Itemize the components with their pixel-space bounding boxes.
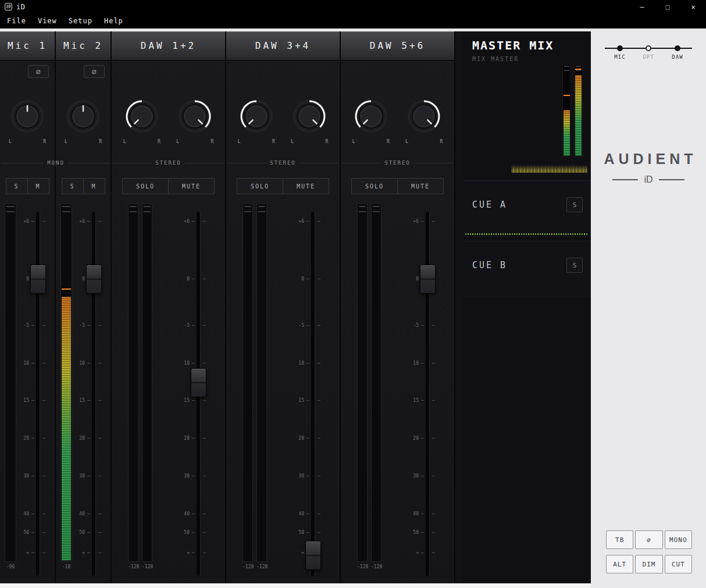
fader-scale-label: 0 bbox=[15, 277, 29, 281]
mute-button-daw-5-6[interactable]: MUTE bbox=[397, 178, 444, 194]
fader-scale-mark: 20 bbox=[405, 436, 440, 441]
cue-b-solo-button[interactable]: S bbox=[566, 258, 583, 273]
fader-scale-label: -5 bbox=[15, 323, 29, 328]
fader-tick bbox=[203, 279, 206, 279]
fader-scale-mark: 10 bbox=[405, 361, 440, 366]
monitor-mono-button[interactable]: MONO bbox=[665, 530, 692, 549]
mute-button-daw-3-4[interactable]: MUTE bbox=[283, 178, 329, 194]
meter-fill bbox=[564, 110, 570, 156]
fader-handle-mic-2[interactable] bbox=[86, 265, 102, 294]
monitor-alt-button[interactable]: ALT bbox=[606, 555, 633, 573]
fader-tick bbox=[87, 532, 90, 533]
fader-tick bbox=[203, 325, 206, 326]
pan-knob-right-daw-5-6[interactable]: LR bbox=[402, 98, 446, 144]
window-title: iD bbox=[16, 3, 25, 11]
io-dot-daw[interactable] bbox=[675, 45, 680, 51]
pan-knob-right-daw-1-2[interactable]: LR bbox=[173, 98, 217, 144]
fader-scale-label: 20 bbox=[71, 436, 85, 441]
close-button[interactable]: ✕ bbox=[680, 0, 706, 13]
pan-label-right: R bbox=[43, 139, 46, 144]
channel-strip-mic-2: Mic 2∅LRSM-18+60-5101520304050∞ bbox=[56, 31, 112, 583]
fader-scale-label: -5 bbox=[71, 323, 85, 328]
io-dot-mic[interactable] bbox=[617, 45, 623, 51]
solo-button-daw-5-6[interactable]: SOLO bbox=[351, 178, 398, 194]
channel-mode-row: STEREO bbox=[226, 158, 340, 168]
solo-button-mic-2[interactable]: S bbox=[62, 178, 84, 194]
fader-scale-mark: 10 bbox=[71, 361, 106, 366]
monitor-tb-button[interactable]: TB bbox=[606, 530, 633, 549]
fader-scale-mark: 20 bbox=[176, 436, 211, 441]
fader-scale-label: -5 bbox=[290, 323, 304, 328]
fader-tick bbox=[31, 325, 34, 326]
knob-graphic bbox=[238, 98, 275, 135]
pan-knob-mic-2[interactable]: LR bbox=[61, 98, 105, 144]
fader-scale-label: 40 bbox=[71, 512, 85, 516]
level-meter bbox=[256, 204, 267, 562]
fader-scale-mark: ∞ bbox=[15, 551, 50, 555]
fader-handle-daw-3-4[interactable] bbox=[305, 541, 321, 570]
meter-peak bbox=[564, 95, 570, 96]
fader-mic-1[interactable]: +60-5101520304050∞ bbox=[15, 202, 50, 583]
cue-b-row[interactable]: CUE B S bbox=[463, 241, 591, 299]
fader-handle-daw-5-6[interactable] bbox=[420, 265, 436, 294]
fader-handle-daw-1-2[interactable] bbox=[191, 368, 206, 397]
fader-tick bbox=[203, 514, 206, 514]
fader-daw-1-2[interactable]: +60-5101520304050∞ bbox=[176, 202, 211, 583]
io-dot-opt[interactable] bbox=[646, 45, 651, 51]
menu-bar: FileViewSetupHelp bbox=[0, 13, 706, 28]
solo-button-daw-1-2[interactable]: SOLO bbox=[122, 178, 169, 194]
fader-tick bbox=[306, 400, 309, 401]
monitor-dim-button[interactable]: DIM bbox=[635, 555, 662, 573]
fader-mic-2[interactable]: +60-5101520304050∞ bbox=[71, 202, 106, 583]
cue-a-solo-button[interactable]: S bbox=[566, 197, 583, 212]
phase-button-mic-2[interactable]: ∅ bbox=[84, 65, 105, 78]
fader-tick bbox=[318, 514, 320, 514]
menu-help[interactable]: Help bbox=[98, 13, 129, 28]
fader-scale-label: 0 bbox=[290, 277, 304, 281]
channel-strip-daw-5-6: DAW 5+6LRLRSTEREOSOLOMUTE-128-128+60-510… bbox=[341, 31, 455, 583]
pan-knob-right-daw-3-4[interactable]: LR bbox=[287, 98, 331, 144]
pan-knob-mic-1[interactable]: LR bbox=[5, 98, 49, 144]
pan-knob-row: LR bbox=[0, 98, 55, 144]
solo-button-daw-3-4[interactable]: SOLO bbox=[237, 178, 283, 194]
maximize-button[interactable]: □ bbox=[655, 0, 680, 13]
meter-peak bbox=[62, 288, 71, 290]
fader-daw-5-6[interactable]: +60-5101520304050∞ bbox=[405, 202, 440, 583]
minimize-button[interactable]: — bbox=[629, 0, 655, 13]
solo-button-mic-1[interactable]: S bbox=[6, 178, 28, 194]
fader-tick bbox=[318, 400, 320, 401]
master-title: MASTER MIX bbox=[472, 38, 554, 52]
fader-scale-label: 10 bbox=[290, 361, 304, 366]
monitor-cut-button[interactable]: CUT bbox=[665, 555, 692, 573]
fader-scale-label: 10 bbox=[15, 361, 29, 366]
mute-button-daw-1-2[interactable]: MUTE bbox=[168, 178, 215, 194]
cue-a-row[interactable]: CUE A S bbox=[463, 180, 591, 238]
fader-daw-3-4[interactable]: +60-5101520304050∞ bbox=[290, 202, 325, 583]
pan-knob-left-daw-5-6[interactable]: LR bbox=[349, 98, 393, 144]
pan-label-left: L bbox=[238, 139, 241, 144]
fader-scale-label: 40 bbox=[15, 512, 29, 516]
menu-view[interactable]: View bbox=[32, 13, 63, 28]
phase-button-mic-1[interactable]: ∅ bbox=[28, 65, 49, 78]
fader-scale-label: ∞ bbox=[405, 551, 419, 555]
menu-file[interactable]: File bbox=[1, 13, 32, 28]
fader-tick bbox=[98, 532, 101, 533]
fader-scale-label: 30 bbox=[71, 474, 85, 479]
pan-knob-left-daw-1-2[interactable]: LR bbox=[120, 98, 164, 144]
menu-setup[interactable]: Setup bbox=[63, 13, 98, 28]
title-bar: iD iD — □ ✕ bbox=[0, 0, 706, 13]
fader-scale-mark: 10 bbox=[176, 361, 211, 366]
mute-button-mic-2[interactable]: M bbox=[83, 178, 105, 194]
fader-tick bbox=[192, 400, 195, 401]
mute-button-mic-1[interactable]: M bbox=[27, 178, 49, 194]
fader-handle-mic-1[interactable] bbox=[30, 265, 46, 294]
meter-readout: -96 bbox=[5, 564, 16, 569]
fader-tick bbox=[192, 476, 195, 476]
fader-tick bbox=[31, 221, 34, 222]
level-meter bbox=[60, 204, 72, 562]
monitor-phase-button[interactable]: ∅ bbox=[635, 530, 662, 549]
fader-tick bbox=[432, 553, 435, 553]
channel-buttons: SOLOMUTE bbox=[226, 178, 340, 194]
master-level-meter bbox=[574, 64, 583, 157]
pan-knob-left-daw-3-4[interactable]: LR bbox=[234, 98, 279, 144]
